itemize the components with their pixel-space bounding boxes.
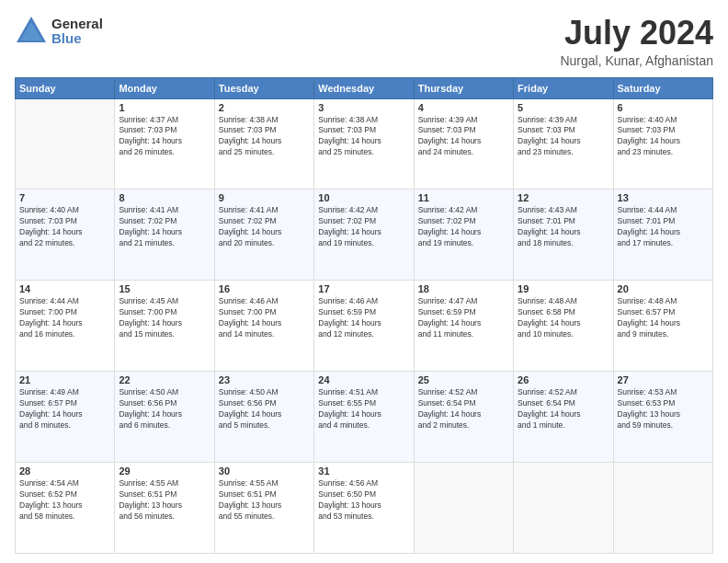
day-number: 4 — [418, 102, 509, 113]
logo-general-text: General — [51, 17, 103, 32]
header-tuesday: Tuesday — [214, 77, 313, 98]
day-info: Sunrise: 4:50 AMSunset: 6:56 PMDaylight:… — [219, 387, 310, 431]
location-title: Nurgal, Kunar, Afghanistan — [560, 53, 713, 68]
table-row: 11Sunrise: 4:42 AMSunset: 7:02 PMDayligh… — [414, 190, 513, 281]
calendar-week-row: 1Sunrise: 4:37 AMSunset: 7:03 PMDaylight… — [16, 98, 713, 190]
day-info: Sunrise: 4:47 AMSunset: 6:59 PMDaylight:… — [418, 296, 509, 340]
table-row: 7Sunrise: 4:40 AMSunset: 7:03 PMDaylight… — [16, 190, 115, 281]
table-row: 19Sunrise: 4:48 AMSunset: 6:58 PMDayligh… — [514, 281, 613, 372]
calendar-week-row: 21Sunrise: 4:49 AMSunset: 6:57 PMDayligh… — [16, 372, 713, 463]
header-monday: Monday — [115, 77, 214, 98]
table-row: 22Sunrise: 4:50 AMSunset: 6:56 PMDayligh… — [115, 372, 214, 463]
day-number: 3 — [318, 102, 409, 113]
day-number: 20 — [618, 283, 709, 294]
day-info: Sunrise: 4:38 AMSunset: 7:03 PMDaylight:… — [219, 115, 310, 159]
header: General Blue July 2024 Nurgal, Kunar, Af… — [15, 15, 713, 68]
day-number: 2 — [219, 102, 310, 113]
day-number: 19 — [518, 283, 609, 294]
table-row: 31Sunrise: 4:56 AMSunset: 6:50 PMDayligh… — [314, 463, 414, 554]
header-sunday: Sunday — [16, 77, 115, 98]
logo-blue-text: Blue — [51, 31, 103, 47]
day-number: 10 — [318, 192, 409, 203]
table-row: 26Sunrise: 4:52 AMSunset: 6:54 PMDayligh… — [514, 372, 613, 463]
calendar-table: Sunday Monday Tuesday Wednesday Thursday… — [15, 77, 713, 554]
table-row: 23Sunrise: 4:50 AMSunset: 6:56 PMDayligh… — [214, 372, 313, 463]
day-info: Sunrise: 4:45 AMSunset: 7:00 PMDaylight:… — [119, 296, 210, 340]
table-row: 17Sunrise: 4:46 AMSunset: 6:59 PMDayligh… — [314, 281, 414, 372]
table-row — [514, 463, 613, 554]
day-info: Sunrise: 4:44 AMSunset: 7:01 PMDaylight:… — [618, 205, 709, 249]
header-friday: Friday — [514, 77, 613, 98]
day-info: Sunrise: 4:52 AMSunset: 6:54 PMDaylight:… — [418, 387, 509, 431]
day-info: Sunrise: 4:50 AMSunset: 6:56 PMDaylight:… — [119, 387, 210, 431]
day-info: Sunrise: 4:40 AMSunset: 7:03 PMDaylight:… — [618, 115, 709, 159]
day-info: Sunrise: 4:48 AMSunset: 6:58 PMDaylight:… — [518, 296, 609, 340]
header-saturday: Saturday — [613, 77, 712, 98]
weekday-header-row: Sunday Monday Tuesday Wednesday Thursday… — [16, 77, 713, 98]
table-row — [613, 463, 712, 554]
table-row: 28Sunrise: 4:54 AMSunset: 6:52 PMDayligh… — [16, 463, 115, 554]
day-number: 18 — [418, 283, 509, 294]
table-row: 29Sunrise: 4:55 AMSunset: 6:51 PMDayligh… — [115, 463, 214, 554]
day-info: Sunrise: 4:56 AMSunset: 6:50 PMDaylight:… — [318, 478, 409, 523]
day-info: Sunrise: 4:49 AMSunset: 6:57 PMDaylight:… — [19, 387, 110, 431]
day-info: Sunrise: 4:41 AMSunset: 7:02 PMDaylight:… — [219, 205, 310, 249]
day-number: 28 — [19, 465, 110, 477]
day-number: 1 — [119, 102, 210, 113]
table-row: 9Sunrise: 4:41 AMSunset: 7:02 PMDaylight… — [214, 190, 313, 281]
table-row: 4Sunrise: 4:39 AMSunset: 7:03 PMDaylight… — [414, 98, 513, 190]
header-thursday: Thursday — [414, 77, 513, 98]
day-number: 23 — [219, 374, 310, 385]
day-info: Sunrise: 4:39 AMSunset: 7:03 PMDaylight:… — [518, 115, 609, 159]
calendar-week-row: 28Sunrise: 4:54 AMSunset: 6:52 PMDayligh… — [16, 463, 713, 554]
table-row: 8Sunrise: 4:41 AMSunset: 7:02 PMDaylight… — [115, 190, 214, 281]
table-row: 25Sunrise: 4:52 AMSunset: 6:54 PMDayligh… — [414, 372, 513, 463]
table-row: 13Sunrise: 4:44 AMSunset: 7:01 PMDayligh… — [613, 190, 712, 281]
day-number: 31 — [318, 465, 409, 477]
calendar-week-row: 14Sunrise: 4:44 AMSunset: 7:00 PMDayligh… — [16, 281, 713, 372]
title-area: July 2024 Nurgal, Kunar, Afghanistan — [560, 15, 713, 68]
day-number: 16 — [219, 283, 310, 294]
table-row: 18Sunrise: 4:47 AMSunset: 6:59 PMDayligh… — [414, 281, 513, 372]
logo: General Blue — [15, 15, 103, 48]
day-number: 12 — [518, 192, 609, 203]
logo-name: General Blue — [51, 17, 103, 47]
day-number: 25 — [418, 374, 509, 385]
header-wednesday: Wednesday — [314, 77, 414, 98]
day-info: Sunrise: 4:37 AMSunset: 7:03 PMDaylight:… — [119, 115, 210, 159]
day-info: Sunrise: 4:41 AMSunset: 7:02 PMDaylight:… — [119, 205, 210, 249]
table-row: 5Sunrise: 4:39 AMSunset: 7:03 PMDaylight… — [514, 98, 613, 190]
table-row: 6Sunrise: 4:40 AMSunset: 7:03 PMDaylight… — [613, 98, 712, 190]
day-number: 21 — [19, 374, 110, 385]
day-info: Sunrise: 4:51 AMSunset: 6:55 PMDaylight:… — [318, 387, 409, 431]
day-number: 8 — [119, 192, 210, 203]
day-number: 24 — [318, 374, 409, 385]
day-number: 14 — [19, 283, 110, 294]
day-number: 17 — [318, 283, 409, 294]
table-row: 27Sunrise: 4:53 AMSunset: 6:53 PMDayligh… — [613, 372, 712, 463]
table-row: 16Sunrise: 4:46 AMSunset: 7:00 PMDayligh… — [214, 281, 313, 372]
table-row: 2Sunrise: 4:38 AMSunset: 7:03 PMDaylight… — [214, 98, 313, 190]
table-row: 20Sunrise: 4:48 AMSunset: 6:57 PMDayligh… — [613, 281, 712, 372]
page: General Blue July 2024 Nurgal, Kunar, Af… — [0, 0, 728, 563]
day-info: Sunrise: 4:39 AMSunset: 7:03 PMDaylight:… — [418, 115, 509, 159]
table-row: 1Sunrise: 4:37 AMSunset: 7:03 PMDaylight… — [115, 98, 214, 190]
table-row — [16, 98, 115, 190]
table-row — [414, 463, 513, 554]
day-number: 9 — [219, 192, 310, 203]
day-info: Sunrise: 4:42 AMSunset: 7:02 PMDaylight:… — [318, 205, 409, 249]
month-title: July 2024 — [560, 15, 713, 52]
table-row: 3Sunrise: 4:38 AMSunset: 7:03 PMDaylight… — [314, 98, 414, 190]
table-row: 24Sunrise: 4:51 AMSunset: 6:55 PMDayligh… — [314, 372, 414, 463]
table-row: 21Sunrise: 4:49 AMSunset: 6:57 PMDayligh… — [16, 372, 115, 463]
day-info: Sunrise: 4:54 AMSunset: 6:52 PMDaylight:… — [19, 478, 110, 523]
logo-icon — [15, 15, 48, 48]
table-row: 10Sunrise: 4:42 AMSunset: 7:02 PMDayligh… — [314, 190, 414, 281]
day-number: 27 — [618, 374, 709, 385]
day-number: 11 — [418, 192, 509, 203]
day-number: 22 — [119, 374, 210, 385]
day-number: 6 — [618, 102, 709, 113]
day-info: Sunrise: 4:40 AMSunset: 7:03 PMDaylight:… — [19, 205, 110, 249]
day-number: 7 — [19, 192, 110, 203]
day-number: 13 — [618, 192, 709, 203]
